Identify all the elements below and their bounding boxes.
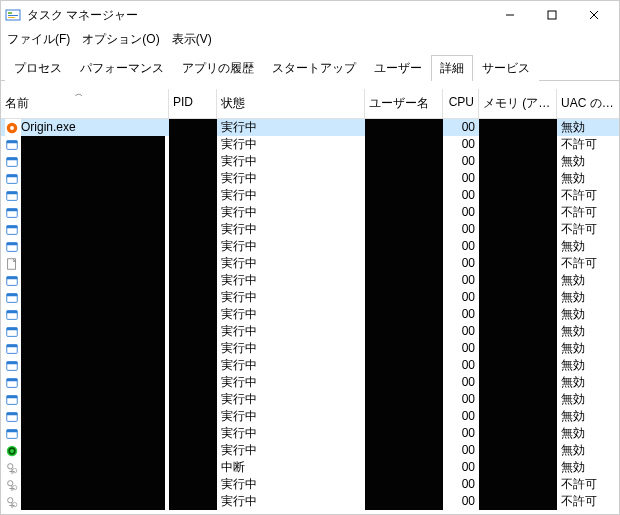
table-header: 名前︿ PID 状態 ユーザー名 CPU メモリ (アクテ... UAC の仮想…: [1, 89, 619, 119]
table-row[interactable]: 実行中00不許可: [1, 136, 619, 153]
memory-cell: [479, 289, 557, 306]
uac-cell: 無効: [557, 170, 619, 187]
tab-processes[interactable]: プロセス: [5, 55, 71, 81]
cpu-cell: 00: [443, 136, 479, 153]
status-cell: 実行中: [217, 255, 365, 272]
process-name: Origin.exe: [21, 119, 165, 136]
table-row[interactable]: 実行中00無効: [1, 442, 619, 459]
process-name: [21, 136, 165, 153]
col-cpu[interactable]: CPU: [443, 89, 479, 118]
user-cell: [365, 408, 443, 425]
table-row[interactable]: 実行中00無効: [1, 323, 619, 340]
table-row[interactable]: 実行中00無効: [1, 340, 619, 357]
table-row[interactable]: 中断00無効: [1, 459, 619, 476]
tab-performance[interactable]: パフォーマンス: [71, 55, 173, 81]
app-icon: [5, 7, 21, 23]
pid-cell: [169, 374, 217, 391]
memory-cell: [479, 204, 557, 221]
pid-cell: [169, 238, 217, 255]
table-row[interactable]: Origin.exe実行中00無効: [1, 119, 619, 136]
table-row[interactable]: 実行中00無効: [1, 374, 619, 391]
table-row[interactable]: 実行中00無効: [1, 425, 619, 442]
table-row[interactable]: 実行中00無効: [1, 170, 619, 187]
uac-cell: 不許可: [557, 136, 619, 153]
user-cell: [365, 255, 443, 272]
memory-cell: [479, 306, 557, 323]
process-name: [21, 459, 165, 476]
user-cell: [365, 323, 443, 340]
table-row[interactable]: 実行中00無効: [1, 408, 619, 425]
process-name: [21, 323, 165, 340]
tab-users[interactable]: ユーザー: [365, 55, 431, 81]
svg-point-47: [10, 448, 14, 452]
process-name: [21, 187, 165, 204]
user-cell: [365, 153, 443, 170]
table-row[interactable]: 実行中00不許可: [1, 204, 619, 221]
pid-cell: [169, 221, 217, 238]
svg-rect-2: [8, 15, 18, 16]
col-pid[interactable]: PID: [169, 89, 217, 118]
pid-cell: [169, 476, 217, 493]
pid-cell: [169, 119, 217, 136]
memory-cell: [479, 153, 557, 170]
table-row[interactable]: 実行中00無効: [1, 272, 619, 289]
menu-file[interactable]: ファイル(F): [7, 31, 70, 48]
tab-app-history[interactable]: アプリの履歴: [173, 55, 263, 81]
close-button[interactable]: [573, 1, 615, 29]
status-cell: 実行中: [217, 323, 365, 340]
table-row[interactable]: 実行中00無効: [1, 238, 619, 255]
minimize-button[interactable]: [489, 1, 531, 29]
memory-cell: [479, 374, 557, 391]
table-row[interactable]: 実行中00不許可: [1, 187, 619, 204]
status-cell: 実行中: [217, 442, 365, 459]
status-cell: 実行中: [217, 425, 365, 442]
status-cell: 実行中: [217, 289, 365, 306]
uac-cell: 不許可: [557, 493, 619, 510]
pid-cell: [169, 442, 217, 459]
table-row[interactable]: 実行中00無効: [1, 306, 619, 323]
memory-cell: [479, 493, 557, 510]
svg-rect-26: [7, 276, 18, 279]
blue-icon: [5, 357, 21, 374]
svg-rect-36: [7, 361, 18, 364]
memory-cell: [479, 340, 557, 357]
table-row[interactable]: 実行中00不許可: [1, 221, 619, 238]
cpu-cell: 00: [443, 306, 479, 323]
tab-services[interactable]: サービス: [473, 55, 539, 81]
table-row[interactable]: 実行中00無効: [1, 153, 619, 170]
user-cell: [365, 119, 443, 136]
menu-options[interactable]: オプション(O): [82, 31, 159, 48]
status-cell: 実行中: [217, 119, 365, 136]
table-row[interactable]: 実行中00不許可: [1, 493, 619, 510]
table-row[interactable]: 実行中00無効: [1, 357, 619, 374]
maximize-button[interactable]: [531, 1, 573, 29]
blue-icon: [5, 425, 21, 442]
status-cell: 実行中: [217, 408, 365, 425]
col-memory[interactable]: メモリ (アクテ...: [479, 89, 557, 118]
col-status[interactable]: 状態: [217, 89, 365, 118]
svg-point-9: [10, 126, 14, 130]
uac-cell: 不許可: [557, 204, 619, 221]
tab-startup[interactable]: スタートアップ: [263, 55, 365, 81]
svg-point-49: [12, 468, 16, 472]
svg-rect-19: [7, 208, 18, 211]
col-uac[interactable]: UAC の仮想化: [557, 89, 619, 118]
table-row[interactable]: 実行中00無効: [1, 289, 619, 306]
blue-icon: [5, 136, 21, 153]
col-name[interactable]: 名前︿: [1, 89, 169, 118]
col-user[interactable]: ユーザー名: [365, 89, 443, 118]
table-row[interactable]: 実行中00無効: [1, 391, 619, 408]
process-name: [21, 289, 165, 306]
blue-icon: [5, 323, 21, 340]
uac-cell: 無効: [557, 323, 619, 340]
process-name: [21, 306, 165, 323]
memory-cell: [479, 459, 557, 476]
user-cell: [365, 289, 443, 306]
menu-view[interactable]: 表示(V): [172, 31, 212, 48]
svg-rect-28: [7, 293, 18, 296]
table-row[interactable]: 実行中00不許可: [1, 476, 619, 493]
table-row[interactable]: 実行中00不許可: [1, 255, 619, 272]
process-name: [21, 425, 165, 442]
status-cell: 実行中: [217, 187, 365, 204]
tab-details[interactable]: 詳細: [431, 55, 473, 81]
